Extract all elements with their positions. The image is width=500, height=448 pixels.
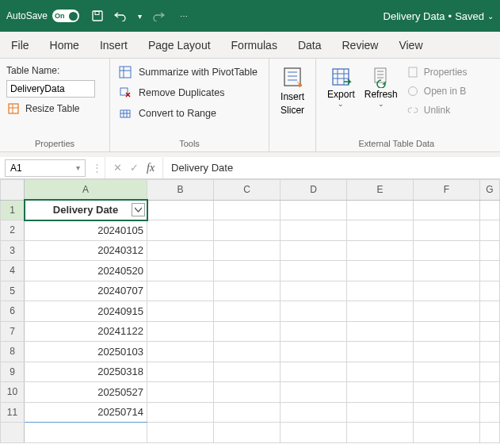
cell[interactable] [347, 402, 414, 423]
unlink-button[interactable]: Unlink [406, 103, 468, 117]
cell[interactable] [281, 200, 347, 220]
cell[interactable] [480, 261, 500, 281]
col-header-b[interactable]: B [147, 180, 214, 201]
cell[interactable] [347, 261, 414, 281]
cell[interactable] [214, 281, 281, 301]
spreadsheet-grid[interactable]: A B C D E F G 1 Delivery Date 220240105 … [0, 179, 500, 443]
cell[interactable]: 20240105 [25, 220, 147, 241]
cancel-icon[interactable]: ✕ [113, 162, 122, 174]
cell[interactable] [281, 261, 347, 281]
ext-properties-button[interactable]: Properties [406, 65, 468, 79]
cell[interactable] [480, 402, 500, 423]
name-box[interactable]: A1 ▾ [5, 159, 86, 177]
autosave-toggle[interactable]: On [52, 10, 79, 22]
col-header-d[interactable]: D [281, 180, 347, 201]
cell[interactable] [147, 240, 214, 261]
cell[interactable]: 20241122 [25, 321, 147, 342]
row-header[interactable] [1, 423, 25, 443]
row-header[interactable]: 4 [1, 261, 25, 281]
chevron-down-icon[interactable]: ⌄ [338, 100, 344, 108]
cell[interactable] [480, 321, 500, 342]
cell[interactable] [480, 382, 500, 403]
cell[interactable] [214, 362, 281, 382]
tab-review[interactable]: Review [342, 39, 379, 52]
tab-data[interactable]: Data [298, 39, 322, 52]
cell[interactable] [147, 301, 214, 322]
cell[interactable] [347, 362, 414, 382]
cell[interactable] [281, 220, 347, 241]
cell[interactable] [147, 342, 214, 362]
row-header[interactable]: 9 [1, 362, 25, 382]
cell[interactable] [281, 281, 347, 301]
cell[interactable] [147, 402, 214, 423]
cell[interactable] [480, 220, 500, 241]
col-header-a[interactable]: A [25, 180, 147, 201]
cell[interactable] [281, 423, 347, 443]
cell[interactable] [414, 301, 480, 322]
cell[interactable] [480, 423, 500, 443]
cell[interactable] [414, 402, 480, 423]
cell[interactable] [147, 220, 214, 241]
filter-dropdown-button[interactable] [132, 203, 145, 216]
cell[interactable]: 20240707 [25, 281, 147, 301]
cell[interactable] [281, 362, 347, 382]
chevron-down-icon[interactable]: ⌄ [378, 100, 384, 108]
cell[interactable] [147, 321, 214, 342]
formula-input[interactable]: Delivery Date [163, 162, 500, 174]
cell[interactable] [25, 423, 147, 443]
row-header[interactable]: 10 [1, 382, 25, 403]
cell[interactable] [414, 261, 480, 281]
tab-home[interactable]: Home [50, 39, 79, 52]
cell[interactable] [147, 362, 214, 382]
save-icon[interactable] [90, 9, 105, 23]
row-header[interactable]: 8 [1, 342, 25, 362]
cell[interactable] [414, 200, 480, 220]
cell[interactable] [414, 321, 480, 342]
cell[interactable] [214, 261, 281, 281]
cell[interactable]: 20250103 [25, 342, 147, 362]
cell[interactable] [347, 301, 414, 322]
cell[interactable] [480, 362, 500, 382]
cell[interactable] [214, 402, 281, 423]
table-name-input[interactable] [6, 80, 95, 98]
select-all-corner[interactable] [1, 180, 25, 201]
row-header[interactable]: 7 [1, 321, 25, 342]
col-header-f[interactable]: F [414, 180, 480, 201]
cell[interactable]: 20240915 [25, 301, 147, 322]
cell[interactable] [347, 200, 414, 220]
cell[interactable] [281, 402, 347, 423]
row-header[interactable]: 1 [1, 200, 25, 220]
cell[interactable] [480, 301, 500, 322]
cell[interactable] [347, 342, 414, 362]
enter-icon[interactable]: ✓ [130, 162, 139, 174]
chevron-down-icon[interactable]: ⌄ [487, 12, 494, 21]
cell[interactable] [214, 382, 281, 403]
row-header[interactable]: 11 [1, 402, 25, 423]
cell[interactable] [414, 382, 480, 403]
cell[interactable] [414, 240, 480, 261]
cell[interactable] [414, 281, 480, 301]
cell[interactable] [214, 220, 281, 241]
tab-view[interactable]: View [399, 39, 422, 52]
cell[interactable] [214, 423, 281, 443]
export-button[interactable]: Export ⌄ [323, 62, 360, 111]
cell[interactable]: 20250714 [25, 402, 147, 423]
refresh-button[interactable]: Refresh ⌄ [360, 62, 403, 111]
cell[interactable] [147, 281, 214, 301]
cell[interactable]: 20240312 [25, 240, 147, 261]
cell[interactable] [214, 200, 281, 220]
open-in-browser-button[interactable]: Open in B [406, 84, 468, 98]
customize-qat-icon[interactable]: ⋯ [180, 12, 188, 21]
convert-to-range-button[interactable]: Convert to Range [118, 106, 258, 121]
cell[interactable] [281, 301, 347, 322]
col-header-g[interactable]: G [480, 180, 500, 201]
cell[interactable] [147, 200, 214, 220]
tab-formulas[interactable]: Formulas [231, 39, 277, 52]
row-header[interactable]: 5 [1, 281, 25, 301]
cell[interactable] [347, 321, 414, 342]
tab-file[interactable]: File [11, 39, 29, 52]
cell[interactable] [480, 281, 500, 301]
undo-dropdown-icon[interactable]: ▾ [138, 12, 142, 21]
chevron-down-icon[interactable]: ▾ [76, 163, 80, 172]
row-header[interactable]: 2 [1, 220, 25, 241]
